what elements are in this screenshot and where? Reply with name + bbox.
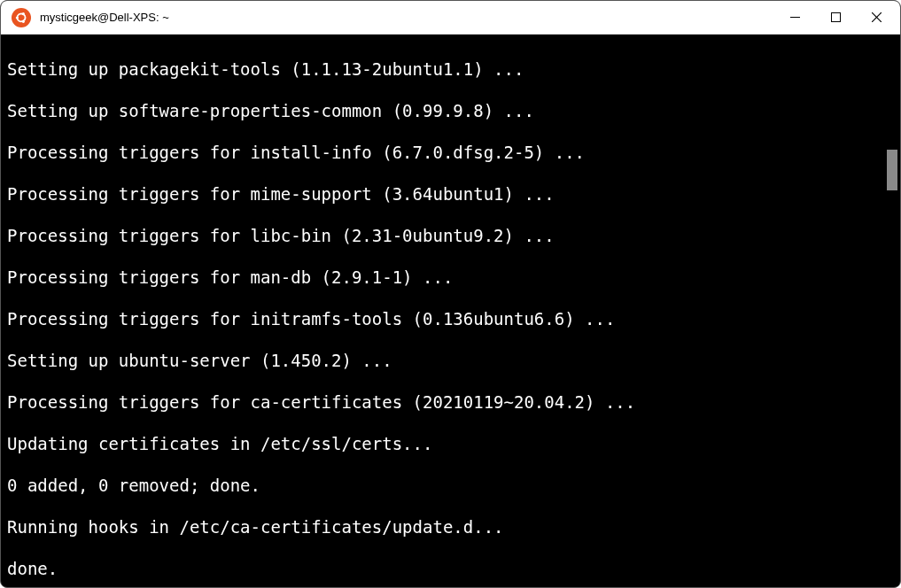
output-line: done. (7, 559, 894, 580)
window-title: mysticgeek@Dell-XPS: ~ (40, 11, 774, 24)
minimize-button[interactable] (774, 3, 815, 33)
ubuntu-icon (12, 8, 31, 27)
window-controls (774, 3, 897, 33)
output-line: Setting up packagekit-tools (1.1.13-2ubu… (7, 59, 894, 81)
output-line: Processing triggers for man-db (2.9.1-1)… (7, 267, 894, 289)
output-line: Processing triggers for initramfs-tools … (7, 309, 894, 330)
output-line: Processing triggers for mime-support (3.… (7, 184, 894, 205)
maximize-button[interactable] (815, 3, 856, 33)
close-button[interactable] (856, 3, 897, 33)
terminal-window: mysticgeek@Dell-XPS: ~ Setting up packag… (0, 0, 901, 588)
output-line: 0 added, 0 removed; done. (7, 476, 894, 497)
output-line: Updating certificates in /etc/ssl/certs.… (7, 434, 894, 455)
output-line: Processing triggers for libc-bin (2.31-0… (7, 226, 894, 247)
scrollbar[interactable] (885, 35, 899, 586)
terminal-area[interactable]: Setting up packagekit-tools (1.1.13-2ubu… (2, 35, 899, 586)
output-line: Setting up software-properties-common (0… (7, 101, 894, 122)
output-line: Running hooks in /etc/ca-certificates/up… (7, 517, 894, 538)
scrollbar-thumb[interactable] (887, 150, 897, 190)
output-line: Processing triggers for ca-certificates … (7, 392, 894, 414)
output-line: Processing triggers for install-info (6.… (7, 143, 894, 164)
output-line: Setting up ubuntu-server (1.450.2) ... (7, 351, 894, 372)
titlebar[interactable]: mysticgeek@Dell-XPS: ~ (1, 1, 900, 35)
svg-rect-4 (831, 13, 840, 22)
